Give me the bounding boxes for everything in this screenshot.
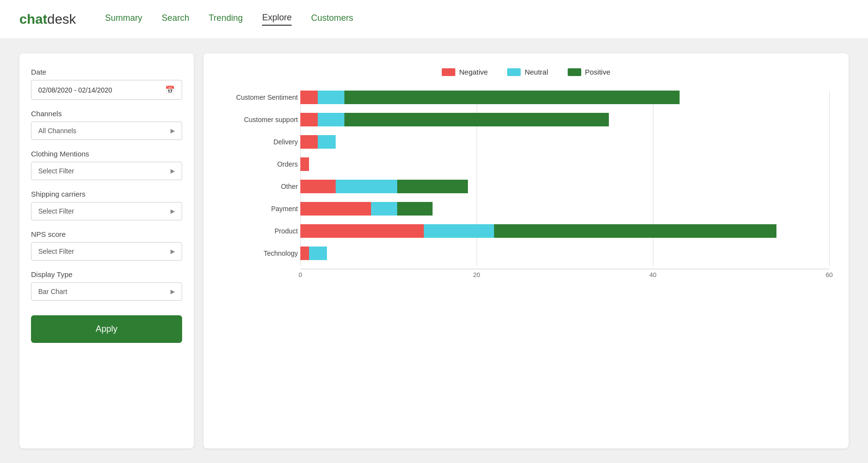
bar-group bbox=[300, 202, 829, 216]
bar-group bbox=[300, 135, 829, 149]
neutral-label: Neutral bbox=[525, 68, 548, 76]
bar-segment-positive bbox=[344, 91, 680, 104]
bar-row: Other bbox=[300, 180, 829, 193]
bar-label: Payment bbox=[223, 205, 298, 213]
calendar-icon: 📅 bbox=[165, 85, 175, 94]
bar-segment-neutral bbox=[318, 135, 335, 149]
date-picker[interactable]: 02/08/2020 - 02/14/2020 📅 bbox=[31, 80, 182, 100]
legend-neutral: Neutral bbox=[507, 68, 548, 76]
channels-section: Channels All Channels ▶ bbox=[31, 109, 182, 140]
app-header: chatdesk Summary Search Trending Explore… bbox=[0, 0, 868, 39]
bar-segment-positive bbox=[344, 113, 609, 126]
bar-label: Other bbox=[223, 183, 298, 190]
chart-legend: Negative Neutral Positive bbox=[223, 68, 829, 76]
bar-label: Product bbox=[223, 227, 298, 235]
bar-segment-negative bbox=[300, 157, 309, 171]
bar-segment-neutral bbox=[336, 180, 397, 193]
chevron-right-icon: ▶ bbox=[170, 248, 175, 255]
bar-segment-neutral bbox=[371, 202, 398, 216]
chart-panel: Negative Neutral Positive Customer Senti… bbox=[203, 53, 849, 448]
chevron-right-icon: ▶ bbox=[170, 127, 175, 134]
chevron-right-icon: ▶ bbox=[170, 208, 175, 215]
bar-label: Orders bbox=[223, 160, 298, 168]
bar-label: Technology bbox=[223, 249, 298, 257]
app-logo: chatdesk bbox=[19, 12, 76, 27]
bar-row: Payment bbox=[300, 202, 829, 216]
clothing-label: Clothing Mentions bbox=[31, 150, 182, 158]
nav-summary[interactable]: Summary bbox=[105, 13, 142, 25]
main-content: Date 02/08/2020 - 02/14/2020 📅 Channels … bbox=[0, 39, 868, 463]
x-axis-label: 60 bbox=[826, 271, 833, 278]
x-axis: 0204060 bbox=[300, 269, 829, 280]
bar-segment-negative bbox=[300, 91, 318, 104]
main-nav: Summary Search Trending Explore Customer… bbox=[105, 13, 354, 26]
nav-search[interactable]: Search bbox=[162, 13, 189, 25]
logo-part2: desk bbox=[47, 12, 76, 27]
bar-group bbox=[300, 247, 829, 260]
negative-color-swatch bbox=[442, 68, 455, 76]
bar-label: Customer Sentiment bbox=[223, 93, 298, 101]
shipping-label: Shipping carriers bbox=[31, 190, 182, 198]
nav-explore[interactable]: Explore bbox=[262, 13, 292, 26]
grid-wrapper: Customer SentimentCustomer supportDelive… bbox=[300, 91, 829, 280]
bar-row: Delivery bbox=[300, 135, 829, 149]
date-section: Date 02/08/2020 - 02/14/2020 📅 bbox=[31, 68, 182, 100]
positive-color-swatch bbox=[568, 68, 581, 76]
nav-trending[interactable]: Trending bbox=[209, 13, 243, 25]
bar-segment-positive bbox=[397, 180, 468, 193]
display-value: Bar Chart bbox=[38, 288, 67, 295]
bar-segment-positive bbox=[494, 224, 776, 238]
nps-section: NPS score Select Filter ▶ bbox=[31, 230, 182, 261]
bar-segment-negative bbox=[300, 202, 371, 216]
bar-segment-neutral bbox=[309, 247, 326, 260]
nps-label: NPS score bbox=[31, 230, 182, 238]
display-select[interactable]: Bar Chart ▶ bbox=[31, 282, 182, 301]
bar-segment-neutral bbox=[318, 113, 344, 126]
filter-sidebar: Date 02/08/2020 - 02/14/2020 📅 Channels … bbox=[19, 53, 194, 448]
shipping-select[interactable]: Select Filter ▶ bbox=[31, 202, 182, 220]
x-axis-label: 20 bbox=[473, 271, 480, 278]
bar-row: Technology bbox=[300, 247, 829, 260]
bar-segment-negative bbox=[300, 180, 336, 193]
nps-select[interactable]: Select Filter ▶ bbox=[31, 242, 182, 261]
legend-positive: Positive bbox=[568, 68, 611, 76]
date-label: Date bbox=[31, 68, 182, 76]
display-section: Display Type Bar Chart ▶ bbox=[31, 270, 182, 301]
bar-segment-positive bbox=[397, 202, 433, 216]
negative-label: Negative bbox=[459, 68, 488, 76]
bar-chart: Customer SentimentCustomer supportDelive… bbox=[223, 91, 829, 280]
bar-group bbox=[300, 224, 829, 238]
bar-group bbox=[300, 91, 829, 104]
bar-label: Customer support bbox=[223, 116, 298, 123]
channels-label: Channels bbox=[31, 109, 182, 118]
channels-value: All Channels bbox=[38, 127, 77, 135]
apply-button[interactable]: Apply bbox=[31, 315, 182, 343]
x-axis-label: 0 bbox=[298, 271, 302, 278]
neutral-color-swatch bbox=[507, 68, 521, 76]
bar-segment-negative bbox=[300, 224, 424, 238]
chevron-right-icon: ▶ bbox=[170, 168, 175, 174]
bar-segment-neutral bbox=[318, 91, 344, 104]
chevron-right-icon: ▶ bbox=[170, 288, 175, 295]
x-axis-label: 40 bbox=[650, 271, 656, 278]
bar-group bbox=[300, 180, 829, 193]
bar-segment-negative bbox=[300, 113, 318, 126]
date-value: 02/08/2020 - 02/14/2020 bbox=[38, 86, 112, 94]
channels-select[interactable]: All Channels ▶ bbox=[31, 122, 182, 140]
legend-negative: Negative bbox=[442, 68, 488, 76]
shipping-section: Shipping carriers Select Filter ▶ bbox=[31, 190, 182, 220]
bar-row: Customer support bbox=[300, 113, 829, 126]
display-label: Display Type bbox=[31, 270, 182, 278]
bar-row: Product bbox=[300, 224, 829, 238]
bar-row: Orders bbox=[300, 157, 829, 171]
grid-line bbox=[829, 91, 830, 266]
nav-customers[interactable]: Customers bbox=[311, 13, 353, 25]
bar-segment-neutral bbox=[424, 224, 495, 238]
bar-row: Customer Sentiment bbox=[300, 91, 829, 104]
clothing-select[interactable]: Select Filter ▶ bbox=[31, 162, 182, 180]
bar-group bbox=[300, 157, 829, 171]
bar-segment-negative bbox=[300, 247, 309, 260]
bar-group bbox=[300, 113, 829, 126]
clothing-section: Clothing Mentions Select Filter ▶ bbox=[31, 150, 182, 180]
bar-label: Delivery bbox=[223, 138, 298, 146]
